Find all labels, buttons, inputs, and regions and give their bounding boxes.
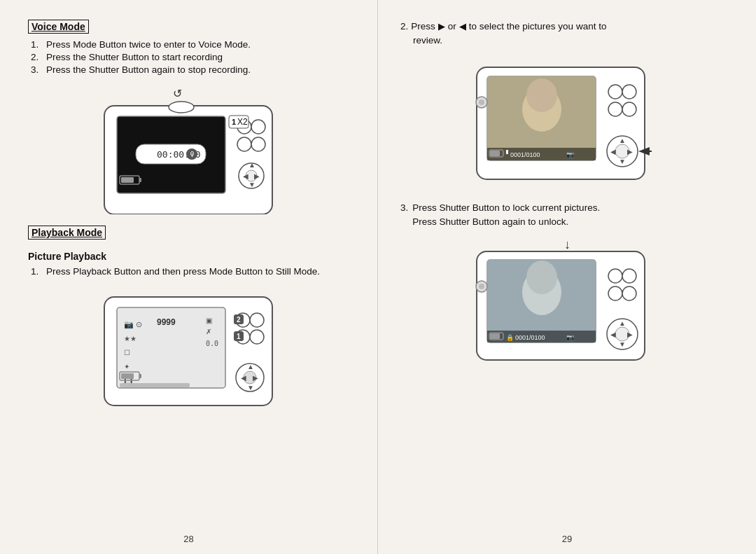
voice-mode-steps: 1. Press Mode Button twice to enter to V… (28, 39, 355, 75)
playback-steps: 1. Press Playback Button and then press … (28, 266, 355, 277)
voice-step-3: 3. Press the Shutter Button again to sto… (31, 64, 355, 75)
playback-mode-section: Playback Mode Picture Playback 1. Press … (28, 226, 355, 277)
svg-rect-37 (139, 374, 141, 378)
page-left: Voice Mode 1. Press Mode Button twice to… (0, 0, 378, 554)
right-camera-1-svg: 0001/0100 📷 ▲ ▼ ◀ ▶ (463, 57, 666, 190)
svg-point-12 (251, 137, 265, 151)
svg-text:◀: ◀ (610, 331, 616, 338)
svg-text:▼: ▼ (247, 384, 254, 392)
picture-playback-subtitle: Picture Playback (28, 251, 355, 262)
voice-camera-svg: 00:00:00 🎙 ▲ ▼ ◀ ▶ 1 X2 (90, 85, 293, 214)
svg-text:☐: ☐ (124, 349, 130, 356)
svg-text:▼: ▼ (619, 340, 626, 348)
svg-rect-61 (490, 151, 500, 156)
svg-text:▲: ▲ (619, 319, 626, 327)
svg-point-43 (250, 330, 264, 344)
svg-text:📷: 📷 (124, 319, 134, 329)
step2-text: to select the pictures you want to (469, 20, 607, 34)
right-camera-diagram-1: 0001/0100 📷 ▲ ▼ ◀ ▶ (400, 57, 728, 190)
right-camera-2-svg: 🔒 0001/0100 📷 ▲ ▼ ◀ ▶ ↓ (463, 237, 666, 367)
svg-rect-85 (490, 333, 500, 339)
svg-rect-62 (506, 150, 508, 154)
svg-text:🔒: 🔒 (506, 333, 514, 342)
svg-text:▶: ▶ (253, 374, 258, 382)
voice-step-2: 2. Press the Shutter Button to start rec… (31, 52, 355, 62)
svg-point-67 (608, 102, 622, 116)
right-camera-diagram-2: 🔒 0001/0100 📷 ▲ ▼ ◀ ▶ ↓ (400, 237, 728, 367)
svg-text:▶: ▶ (254, 172, 260, 180)
svg-point-19 (169, 102, 194, 113)
step2-press: Press (411, 20, 435, 34)
svg-text:▲: ▲ (248, 161, 255, 169)
svg-text:0001/0100: 0001/0100 (510, 151, 540, 158)
svg-point-66 (622, 85, 636, 99)
svg-text:🎙: 🎙 (189, 151, 196, 158)
svg-text:◀: ◀ (241, 374, 246, 382)
svg-point-89 (608, 269, 622, 283)
svg-text:0.0: 0.0 (206, 340, 218, 347)
svg-point-65 (608, 85, 622, 99)
voice-step-1: 1. Press Mode Button twice to enter to V… (31, 39, 355, 50)
svg-text:◀: ◀ (243, 172, 248, 180)
svg-text:⊙: ⊙ (136, 320, 142, 328)
svg-text:▶: ▶ (627, 331, 633, 338)
svg-point-10 (251, 120, 265, 134)
voice-mode-camera-diagram: 00:00:00 🎙 ▲ ▼ ◀ ▶ 1 X2 (28, 85, 355, 214)
playback-camera-diagram: 📷 ⊙ 9999 ▣ ✗ ★★ 0.0 ☐ ✦ 🔲 2 1 (28, 286, 355, 416)
svg-rect-8 (121, 177, 134, 183)
step2-or: or (448, 20, 456, 34)
svg-rect-7 (139, 178, 141, 182)
svg-text:▶: ▶ (627, 148, 633, 155)
right-page-number: 29 (562, 534, 572, 544)
playback-mode-title: Playback Mode (28, 226, 106, 240)
svg-text:★★: ★★ (124, 335, 136, 342)
svg-text:▼: ▼ (619, 158, 626, 165)
svg-point-101 (479, 284, 484, 289)
svg-point-90 (622, 269, 636, 283)
svg-rect-38 (121, 373, 134, 379)
right-arrow-icon: ▶ (438, 20, 445, 34)
svg-text:1: 1 (232, 118, 236, 126)
svg-point-58 (526, 78, 557, 112)
svg-point-77 (479, 99, 484, 105)
svg-text:◀: ◀ (610, 148, 616, 155)
svg-text:▣: ▣ (206, 317, 212, 324)
svg-rect-39 (120, 383, 190, 387)
svg-text:📷: 📷 (566, 151, 575, 159)
voice-mode-section: Voice Mode 1. Press Mode Button twice to… (28, 20, 355, 75)
svg-point-91 (608, 286, 622, 300)
svg-point-41 (250, 313, 264, 327)
voice-mode-title: Voice Mode (28, 20, 89, 34)
svg-text:✦: ✦ (124, 363, 130, 371)
step3-text: Press Shutter Button to lock current pic… (412, 201, 600, 230)
svg-point-92 (622, 286, 636, 300)
svg-text:↺: ↺ (173, 88, 182, 99)
svg-text:X2: X2 (237, 117, 248, 127)
svg-point-68 (622, 102, 636, 116)
svg-text:2: 2 (237, 316, 241, 324)
step2-text2: review. (400, 35, 442, 46)
step3-num: 3. (400, 201, 408, 230)
svg-text:0001/0100: 0001/0100 (515, 334, 545, 341)
svg-point-82 (526, 261, 557, 294)
svg-text:▲: ▲ (619, 137, 626, 144)
svg-text:✗: ✗ (206, 328, 211, 335)
svg-point-11 (237, 137, 251, 151)
svg-text:📷: 📷 (566, 333, 575, 342)
left-arrow-icon: ◀ (459, 20, 466, 34)
left-page-number: 28 (183, 534, 193, 544)
svg-text:▲: ▲ (247, 363, 254, 371)
svg-text:▼: ▼ (248, 181, 255, 188)
svg-text:↓: ↓ (564, 237, 570, 251)
step2-num: 2. (400, 20, 408, 34)
page-right: 2. Press ▶ or ◀ to select the pictures y… (378, 0, 756, 554)
playback-camera-svg: 📷 ⊙ 9999 ▣ ✗ ★★ 0.0 ☐ ✦ 🔲 2 1 (90, 286, 293, 416)
right-step-2: 2. Press ▶ or ◀ to select the pictures y… (400, 20, 728, 48)
svg-text:9999: 9999 (157, 317, 176, 327)
right-step-3: 3. Press Shutter Button to lock current … (400, 201, 728, 230)
svg-text:1: 1 (237, 333, 241, 340)
playback-step-1: 1. Press Playback Button and then press … (31, 266, 355, 277)
